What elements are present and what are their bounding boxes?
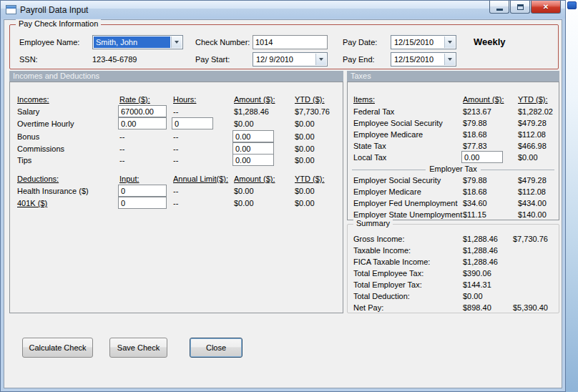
tax-row-emp-ss: Employee Social Security $79.88 $479.28 bbox=[348, 119, 559, 130]
tips-amount-input[interactable] bbox=[232, 154, 274, 166]
deductions-header-row: Deductions: Input: Annual Limit($): Amou… bbox=[10, 175, 343, 186]
summary-group-label: Summary bbox=[353, 219, 393, 227]
income-hours: -- bbox=[173, 107, 178, 116]
close-button[interactable]: Close bbox=[190, 338, 243, 358]
summary-ytd: $7,730.76 bbox=[513, 235, 548, 243]
deduction-row-health: Health Insurance ($) -- $0.00 $0.00 bbox=[10, 187, 343, 198]
chevron-down-icon bbox=[319, 58, 323, 61]
ssn-value: 123-45-6789 bbox=[92, 55, 137, 64]
income-ytd: $0.00 bbox=[295, 144, 315, 153]
retirement-401k-input[interactable] bbox=[118, 197, 167, 209]
taxes-section-header: Taxes bbox=[347, 71, 559, 82]
income-row-bonus: Bonus -- -- $0.00 bbox=[10, 132, 343, 144]
ytd-col-header: YTD ($): bbox=[518, 95, 548, 104]
income-label: Tips bbox=[17, 156, 31, 165]
employee-name-dropdown-icon[interactable] bbox=[171, 36, 182, 48]
income-hours: -- bbox=[173, 144, 178, 153]
overtime-hours-input[interactable] bbox=[172, 117, 213, 129]
health-insurance-input[interactable] bbox=[118, 185, 167, 197]
overtime-rate-input[interactable] bbox=[118, 117, 167, 129]
amount-col-header: Amount ($): bbox=[234, 95, 275, 104]
tax-amount: $18.68 bbox=[463, 130, 487, 139]
local-tax-input[interactable] bbox=[461, 151, 503, 163]
tax-amount: $213.67 bbox=[463, 107, 491, 116]
minimize-icon bbox=[496, 9, 503, 11]
tax-ytd: $0.00 bbox=[518, 153, 538, 162]
tax-ytd: $466.98 bbox=[518, 142, 547, 150]
close-window-button[interactable]: ✕ bbox=[531, 1, 561, 14]
maximize-icon bbox=[517, 4, 524, 10]
ytd-col-header: YTD ($): bbox=[295, 175, 325, 183]
income-label: Bonus bbox=[17, 132, 39, 141]
income-label: Overtime Hourly bbox=[17, 119, 74, 128]
summary-row-total-employee-tax: Total Employee Tax: $390.06 bbox=[348, 269, 559, 280]
deduction-limit: -- bbox=[173, 187, 178, 195]
check-number-input[interactable] bbox=[253, 35, 328, 49]
summary-label: Taxable Income: bbox=[353, 246, 411, 255]
tax-ytd: $479.28 bbox=[518, 176, 547, 185]
employer-tax-label: Employer Tax bbox=[426, 165, 480, 173]
chevron-down-icon bbox=[448, 58, 452, 61]
employee-name-combo[interactable]: Smith, John bbox=[92, 35, 183, 49]
income-ytd: $0.00 bbox=[295, 132, 315, 141]
desktop-icon bbox=[567, 1, 577, 9]
pay-start-picker[interactable]: 12/ 9/2010 bbox=[253, 52, 328, 67]
title-bar[interactable]: Payroll Data Input ✕ bbox=[1, 1, 565, 19]
tax-amount: $79.88 bbox=[463, 176, 487, 185]
employee-name-value: Smith, John bbox=[94, 36, 170, 48]
income-rate: -- bbox=[119, 132, 124, 141]
tax-row-employer-medicare: Employer Medicare $18.68 $112.08 bbox=[348, 187, 559, 199]
tax-amount: $18.68 bbox=[463, 187, 487, 196]
incomes-header-row: Incomes: Rate ($): Hours: Amount ($): YT… bbox=[10, 95, 343, 107]
tax-label: Employee Medicare bbox=[353, 130, 423, 139]
employee-name-label: Employee Name: bbox=[19, 38, 79, 46]
tax-label: Employer Social Security bbox=[353, 176, 441, 185]
items-col-header: Items: bbox=[353, 95, 375, 104]
deduction-amount: $0.00 bbox=[234, 199, 254, 207]
pay-date-picker[interactable]: 12/15/2010 bbox=[391, 35, 456, 49]
summary-amount: $390.06 bbox=[463, 269, 491, 278]
deduction-row-401k: 401K ($) -- $0.00 $0.00 bbox=[10, 199, 343, 210]
income-ytd: $0.00 bbox=[295, 119, 315, 128]
tax-ytd: $479.28 bbox=[518, 119, 547, 127]
commissions-amount-input[interactable] bbox=[232, 142, 274, 155]
deduction-amount: $0.00 bbox=[234, 187, 254, 195]
chevron-down-icon bbox=[448, 41, 452, 44]
bonus-amount-input[interactable] bbox=[232, 130, 274, 142]
pay-end-label: Pay End: bbox=[343, 55, 375, 64]
input-col-header: Input: bbox=[119, 175, 139, 183]
tax-ytd: $140.00 bbox=[518, 210, 547, 219]
tax-amount: $79.88 bbox=[463, 119, 487, 127]
summary-row-taxable: Taxable Income: $1,288.46 bbox=[348, 246, 559, 258]
summary-row-fica: FICA Taxable Income: $1,288.46 bbox=[348, 258, 559, 269]
pay-end-picker[interactable]: 12/15/2010 bbox=[391, 52, 456, 67]
calculate-check-button[interactable]: Calculate Check bbox=[22, 338, 93, 358]
tax-label: Employer Fed Unemployment bbox=[353, 199, 458, 207]
pay-date-dropdown-icon[interactable] bbox=[444, 36, 455, 48]
income-label: Commissions bbox=[17, 144, 64, 153]
deduction-401k-link[interactable]: 401K ($) bbox=[17, 199, 47, 207]
ytd-col-header: YTD ($): bbox=[295, 95, 325, 104]
paycheck-info-group: Pay Check Information Employee Name: Smi… bbox=[9, 24, 559, 69]
summary-ytd: $5,390.40 bbox=[513, 303, 548, 312]
salary-rate-input[interactable] bbox=[118, 105, 167, 117]
income-ytd: $7,730.76 bbox=[295, 107, 330, 116]
summary-group: Summary Gross Income: $1,288.46 $7,730.7… bbox=[347, 224, 559, 313]
pay-start-dropdown-icon[interactable] bbox=[315, 54, 326, 65]
minimize-button[interactable] bbox=[489, 1, 509, 14]
pay-end-dropdown-icon[interactable] bbox=[444, 54, 455, 65]
amount-col-header: Amount ($): bbox=[463, 95, 504, 104]
summary-row-total-deduction: Total Deduction: $0.00 bbox=[348, 292, 559, 303]
tax-row-emp-medicare: Employee Medicare $18.68 $112.08 bbox=[348, 130, 559, 142]
summary-row-total-employer-tax: Total Employer Tax: $144.31 bbox=[348, 280, 559, 292]
tax-row-state: State Tax $77.83 $466.98 bbox=[348, 142, 559, 153]
deduction-limit: -- bbox=[173, 199, 178, 207]
rate-col-header: Rate ($): bbox=[119, 95, 150, 104]
save-check-button[interactable]: Save Check bbox=[109, 338, 167, 358]
income-amount: $0.00 bbox=[234, 119, 254, 128]
tax-label: State Tax bbox=[353, 142, 386, 150]
maximize-button[interactable] bbox=[510, 1, 530, 14]
income-ytd: $0.00 bbox=[295, 156, 315, 165]
pay-frequency-label: Weekly bbox=[474, 36, 506, 47]
summary-row-net-pay: Net Pay: $898.40 $5,390.40 bbox=[348, 303, 559, 315]
